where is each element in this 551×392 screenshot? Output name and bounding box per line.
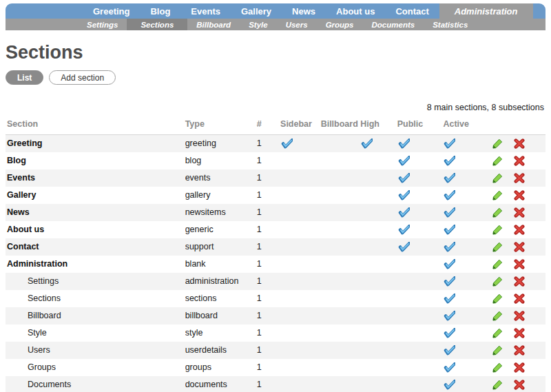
nav-item-blog[interactable]: Blog <box>140 3 180 19</box>
high-cell <box>360 273 397 290</box>
edit-section-button[interactable] <box>492 190 503 200</box>
edit-cell <box>492 273 514 290</box>
nav-item-about-us[interactable]: About us <box>326 3 385 19</box>
section-type: support <box>185 238 257 256</box>
section-type: newsitems <box>185 204 257 221</box>
delete-section-button[interactable] <box>514 259 525 269</box>
billboard-cell <box>321 238 361 256</box>
edit-section-button[interactable] <box>492 311 503 321</box>
table-row-style: Stylestyle1 <box>6 324 545 342</box>
section-count: 1 <box>257 256 280 273</box>
delete-section-button[interactable] <box>514 276 525 287</box>
header-type: Type <box>185 116 257 135</box>
delete-section-button[interactable] <box>514 362 525 373</box>
edit-section-button[interactable] <box>492 276 503 287</box>
active-cell <box>443 256 492 273</box>
active-cell <box>443 187 492 204</box>
edit-section-button[interactable] <box>492 138 503 149</box>
list-button[interactable]: List <box>6 70 43 85</box>
edit-section-button[interactable] <box>492 173 503 183</box>
subnav-item-billboard[interactable]: Billboard <box>187 19 240 30</box>
edit-section-button[interactable] <box>492 225 503 235</box>
public-cell <box>397 273 444 290</box>
subnav-item-groups[interactable]: Groups <box>317 19 363 30</box>
edit-section-button[interactable] <box>492 242 503 252</box>
edit-section-button[interactable] <box>492 259 503 269</box>
edit-section-button[interactable] <box>492 328 503 338</box>
delete-section-button[interactable] <box>514 345 525 355</box>
table-row-users: Usersuserdetails1 <box>6 342 545 359</box>
nav-item-greeting[interactable]: Greeting <box>83 3 140 19</box>
delete-section-button[interactable] <box>514 207 525 218</box>
delete-section-button[interactable] <box>514 328 525 338</box>
delete-x-icon <box>514 225 525 235</box>
active-cell <box>443 359 492 376</box>
sidebar-cell <box>280 290 321 307</box>
edit-pencil-icon <box>492 362 503 373</box>
section-name: Billboard <box>6 307 185 324</box>
high-cell <box>360 187 397 204</box>
nav-item-events[interactable]: Events <box>180 3 231 19</box>
subnav-item-documents[interactable]: Documents <box>363 19 424 30</box>
section-type: blank <box>185 256 257 273</box>
active-cell <box>443 221 492 238</box>
edit-cell <box>492 376 514 392</box>
section-count: 1 <box>257 204 280 221</box>
section-count: 1 <box>257 169 280 187</box>
section-name: Contact <box>6 238 185 256</box>
table-row-about-us: About usgeneric1 <box>6 221 545 238</box>
delete-section-button[interactable] <box>514 190 525 200</box>
check-icon <box>443 380 455 390</box>
delete-section-button[interactable] <box>514 173 525 183</box>
delete-section-button[interactable] <box>514 380 525 390</box>
delete-cell <box>514 135 545 152</box>
delete-section-button[interactable] <box>514 242 525 252</box>
table-row-events: Eventsevents1 <box>6 169 545 187</box>
subnav-item-sections[interactable]: Sections <box>127 19 187 30</box>
check-icon <box>443 311 455 321</box>
delete-x-icon <box>514 276 525 287</box>
public-cell <box>397 221 444 238</box>
billboard-cell <box>321 135 361 152</box>
high-cell <box>360 152 397 169</box>
nav-item-gallery[interactable]: Gallery <box>231 3 282 19</box>
sidebar-cell <box>280 359 321 376</box>
nav-item-contact[interactable]: Contact <box>385 3 439 19</box>
section-count: 1 <box>257 290 280 307</box>
public-cell <box>397 342 444 359</box>
nav-item-administration[interactable]: Administration <box>439 3 533 19</box>
subnav-item-settings[interactable]: Settings <box>78 19 127 30</box>
high-cell <box>360 376 397 392</box>
section-count: 1 <box>257 135 280 152</box>
public-cell <box>397 307 444 324</box>
edit-section-button[interactable] <box>492 207 503 218</box>
delete-section-button[interactable] <box>514 138 525 149</box>
active-cell <box>443 307 492 324</box>
subnav-item-statistics[interactable]: Statistics <box>424 19 477 30</box>
edit-section-button[interactable] <box>492 156 503 166</box>
nav-item-news[interactable]: News <box>282 3 326 19</box>
delete-section-button[interactable] <box>514 156 525 166</box>
high-cell <box>360 204 397 221</box>
edit-section-button[interactable] <box>492 362 503 373</box>
public-cell <box>397 238 444 256</box>
section-type: blog <box>185 152 257 169</box>
edit-section-button[interactable] <box>492 380 503 390</box>
delete-section-button[interactable] <box>514 311 525 321</box>
edit-section-button[interactable] <box>492 293 503 304</box>
edit-pencil-icon <box>492 138 503 149</box>
check-icon <box>443 362 455 373</box>
delete-section-button[interactable] <box>514 225 525 235</box>
section-type: billboard <box>185 307 257 324</box>
add-section-button[interactable]: Add section <box>49 70 116 85</box>
edit-section-button[interactable] <box>492 345 503 355</box>
delete-section-button[interactable] <box>514 293 525 304</box>
section-name: Settings <box>6 273 185 290</box>
check-icon <box>397 207 410 218</box>
subnav-item-users[interactable]: Users <box>277 19 317 30</box>
subnav-item-style[interactable]: Style <box>240 19 277 30</box>
high-cell <box>360 307 397 324</box>
delete-cell <box>514 187 545 204</box>
public-cell <box>397 135 444 152</box>
sidebar-cell <box>280 238 321 256</box>
